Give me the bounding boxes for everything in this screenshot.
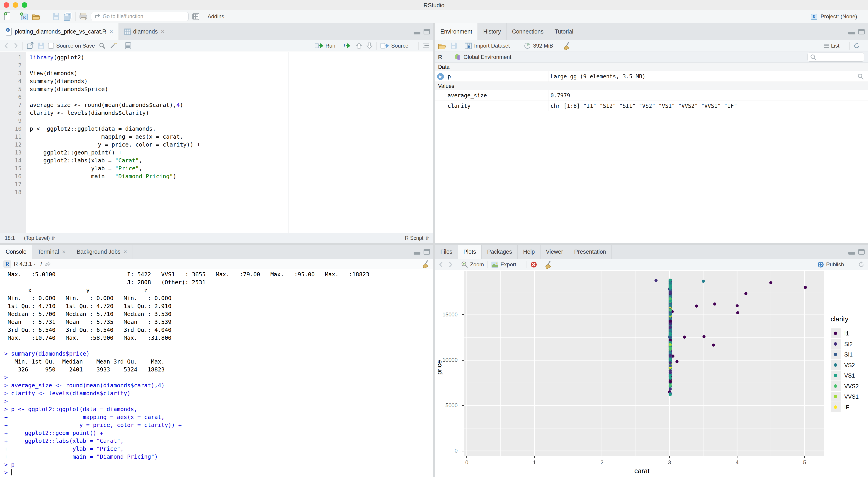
console-output[interactable]: Max. :5.0100 I: 5422 VVS1 : 3655 Max. :7… (0, 269, 433, 477)
go-previous-section-icon[interactable] (355, 42, 362, 50)
list-view-label: List (831, 42, 839, 49)
open-in-window-icon[interactable] (26, 42, 34, 50)
tab-terminal[interactable]: Terminal× (32, 245, 71, 259)
pane-layout-button[interactable] (192, 12, 205, 21)
compile-report-icon[interactable] (125, 42, 131, 50)
environment-section-data: Data (435, 63, 868, 71)
maximize-pane-icon[interactable] (424, 29, 430, 34)
tab-presentation[interactable]: Presentation (569, 245, 612, 259)
scope-selector[interactable]: (Top Level) ⇵ (24, 235, 55, 241)
tab-connections[interactable]: Connections (506, 23, 549, 40)
tab-viewer[interactable]: Viewer (540, 245, 569, 259)
close-tab-icon[interactable]: × (161, 28, 164, 35)
legend-dot (834, 395, 837, 398)
source-on-save-toggle[interactable]: Source on Save (48, 42, 95, 49)
code-line: mapping = aes(x = carat, (30, 133, 433, 141)
code-line (30, 61, 433, 69)
console-output-line: Mean : 5.731 Mean : 5.735 Mean : 3.539 (4, 318, 433, 326)
memory-usage-menu[interactable]: 392 MiB (524, 42, 560, 49)
environment-selector[interactable]: Global Environment (455, 54, 518, 61)
document-outline-icon[interactable] (422, 42, 430, 49)
maximize-pane-icon[interactable] (858, 29, 865, 34)
print-button[interactable] (79, 12, 88, 21)
legend-dot (834, 406, 837, 409)
minimize-pane-icon[interactable] (848, 252, 855, 255)
code-line (30, 117, 433, 125)
console-popout-icon[interactable] (44, 261, 51, 267)
tab-diamonds-view[interactable]: diamonds × (119, 23, 170, 40)
close-tab-icon[interactable]: × (110, 28, 113, 35)
minimize-pane-icon[interactable] (848, 32, 855, 34)
environment-toolbar: Import Dataset 392 MiB List (435, 40, 868, 52)
go-next-section-icon[interactable] (366, 42, 373, 50)
new-project-button[interactable]: R (20, 12, 29, 21)
editor-code[interactable]: library(ggplot2) View(diamonds)summary(d… (30, 52, 433, 233)
zoom-plot-button[interactable]: Zoom (461, 261, 484, 268)
save-all-button[interactable] (63, 12, 72, 21)
maximize-pane-icon[interactable] (858, 249, 865, 255)
language-selector[interactable]: R (438, 54, 448, 60)
rerun-icon[interactable] (343, 42, 352, 49)
maximize-pane-icon[interactable] (424, 249, 430, 255)
publish-menu[interactable]: Publish (817, 261, 850, 268)
clear-environment-broom-icon[interactable] (563, 42, 571, 50)
addins-menu[interactable]: Addins (208, 13, 229, 20)
list-view-menu[interactable]: List (824, 42, 846, 49)
remove-plot-icon[interactable] (530, 261, 537, 268)
tab-background-jobs[interactable]: Background Jobs× (71, 245, 132, 259)
tab-history[interactable]: History (478, 23, 506, 40)
environment-value-average-size[interactable]: average_size 0.7979 (435, 90, 868, 101)
project-menu[interactable]: R Project: (None) (810, 10, 864, 23)
y-axis-tick (462, 360, 464, 360)
run-button[interactable]: Run (315, 42, 335, 49)
close-tab-icon[interactable]: × (124, 248, 127, 255)
refresh-plot-icon[interactable] (858, 261, 865, 268)
checkbox[interactable] (48, 43, 54, 49)
goto-file-input[interactable] (103, 13, 180, 20)
code-tools-menu[interactable] (110, 42, 121, 50)
console-input-line: + main = "Diamond Pricing") (4, 453, 433, 461)
environment-search[interactable] (807, 53, 864, 62)
export-plot-menu[interactable]: Export (491, 261, 522, 268)
tab-files[interactable]: Files (435, 245, 458, 259)
import-dataset-menu[interactable]: Import Dataset (465, 42, 517, 49)
minimize-pane-icon[interactable] (413, 32, 421, 34)
tab-source-file[interactable]: R plotting_diamonds_price_vs_carat.R × (0, 23, 119, 40)
close-tab-icon[interactable]: × (62, 248, 65, 255)
code-editor[interactable]: 123456789101112131415161718 library(ggpl… (0, 52, 433, 233)
legend-label: VS1 (844, 372, 855, 379)
line-number: 2 (0, 61, 22, 69)
minimize-pane-icon[interactable] (413, 252, 421, 255)
environment-value-clarity[interactable]: clarity chr [1:8] "I1" "SI2" "SI1" "VS2"… (435, 101, 868, 111)
goto-file-search[interactable] (91, 12, 189, 21)
previous-plot-icon[interactable] (438, 261, 444, 268)
source-button[interactable]: Source (380, 42, 415, 49)
tab-environment[interactable]: Environment (435, 23, 478, 40)
clear-plots-broom-icon[interactable] (545, 260, 553, 268)
open-file-button[interactable] (32, 12, 46, 21)
tab-label: diamonds (133, 28, 158, 35)
file-type-selector[interactable]: R Script ⇵ (405, 235, 429, 241)
new-project-icon: R (20, 12, 29, 21)
expand-object-icon[interactable]: ▶ (437, 73, 444, 80)
refresh-environment-menu[interactable] (853, 42, 865, 49)
back-icon[interactable] (3, 42, 9, 49)
find-icon[interactable] (99, 42, 106, 50)
tab-plots[interactable]: Plots (458, 245, 482, 259)
save-button[interactable] (52, 12, 60, 21)
save-workspace-icon[interactable] (450, 42, 457, 50)
load-workspace-icon[interactable] (438, 42, 447, 50)
next-plot-icon[interactable] (447, 261, 454, 268)
tab-help[interactable]: Help (518, 245, 540, 259)
clear-console-broom-icon[interactable] (422, 260, 430, 268)
new-file-button[interactable] (4, 12, 16, 21)
save-icon[interactable] (38, 42, 44, 50)
tab-console[interactable]: Console (0, 245, 32, 259)
export-label: Export (500, 261, 516, 268)
environment-object-p[interactable]: ▶ p Large gg (9 elements, 3.5 MB) (435, 71, 868, 82)
forward-icon[interactable] (13, 42, 19, 49)
inspect-object-icon[interactable] (857, 73, 864, 80)
tab-packages[interactable]: Packages (482, 245, 518, 259)
tab-tutorial[interactable]: Tutorial (549, 23, 579, 40)
code-line: ggplot2::labs(xlab = "Carat", (30, 157, 433, 164)
